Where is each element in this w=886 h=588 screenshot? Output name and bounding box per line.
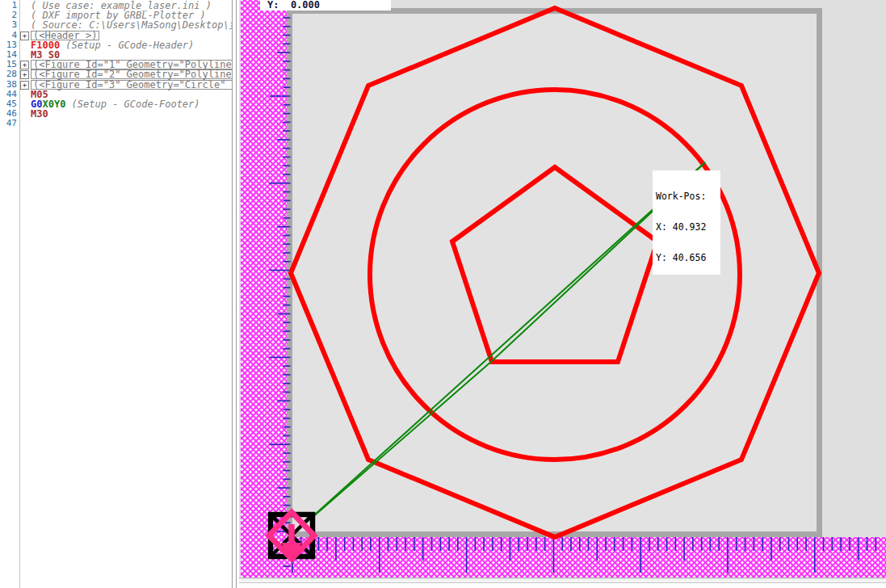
code-line[interactable]: 3( Source: C:\Users\MaSong\Desktop\第1 [0, 20, 232, 30]
code-line[interactable]: 46M30 [0, 109, 232, 119]
plus-icon[interactable]: + [20, 81, 29, 90]
grbl-plotter-window: { "editor": { "lines": [ {"num":"1","seg… [0, 0, 886, 588]
code-text: (<Figure Id="1" Geometry="Polyline" P [31, 60, 232, 69]
fold-spacer [19, 50, 31, 60]
code-text: M05 [31, 90, 48, 99]
bottom-panel-top [239, 583, 886, 588]
plus-icon[interactable]: + [20, 61, 29, 69]
line-number: 15 [0, 60, 19, 69]
y-position-readout: Y: 0.000 [260, 0, 391, 10]
fold-expand-button[interactable]: + [19, 60, 31, 69]
plot-canvas[interactable] [239, 0, 886, 588]
work-pos-title: Work-Pos: [656, 191, 718, 202]
line-number: 3 [0, 20, 19, 30]
code-text: (<Figure Id="2" Geometry="Polyline" P [31, 69, 232, 79]
ruler-left-hatch [241, 0, 287, 578]
bottom-divider-2 [239, 582, 886, 583]
fold-expand-button[interactable]: + [19, 80, 31, 90]
code-line[interactable]: 28+(<Figure Id="2" Geometry="Polyline" P [0, 69, 232, 79]
fold-spacer [19, 10, 31, 20]
line-number: 38 [0, 80, 19, 90]
code-text: F1000 (Setup - GCode-Header) [31, 40, 194, 50]
line-number: 44 [0, 90, 19, 99]
code-text: ( Source: C:\Users\MaSong\Desktop\第1 [31, 20, 232, 30]
fold-spacer [19, 1, 31, 10]
fold-expand-button[interactable]: + [19, 31, 31, 40]
line-number: 2 [0, 10, 19, 20]
code-text: M3 S0 [31, 50, 60, 60]
code-text: G0X0Y0 (Setup - GCode-Footer) [31, 99, 200, 109]
line-number: 47 [0, 119, 19, 128]
code-text: (<Figure Id="3" Geometry="Circle" Pen [31, 80, 232, 90]
work-pos-y: Y: 40.656 [656, 253, 718, 263]
gcode-lines: 1( Use case: example_laser.ini )2( DXF i… [0, 1, 232, 128]
line-number: 4 [0, 31, 19, 40]
fold-spacer [19, 40, 31, 50]
fold-spacer [19, 109, 31, 119]
code-text: ( DXF import by GRBL-Plotter ) [31, 10, 206, 20]
plus-icon[interactable]: + [20, 32, 29, 40]
work-pos-tooltip: Work-Pos: X: 40.932 Y: 40.656 [653, 170, 720, 275]
line-number: 46 [0, 109, 19, 119]
code-line[interactable]: 47 [0, 119, 232, 128]
line-number: 14 [0, 50, 19, 60]
line-number: 13 [0, 40, 19, 50]
line-number: 1 [0, 1, 19, 10]
panel-splitter[interactable] [232, 0, 233, 588]
code-text: ( Use case: example_laser.ini ) [31, 1, 212, 10]
fold-spacer [19, 20, 31, 30]
bottom-strip [239, 579, 886, 583]
fold-spacer [19, 99, 31, 109]
plot-svg [239, 0, 886, 588]
line-number: 45 [0, 99, 19, 109]
panel-splitter-line[interactable] [236, 0, 237, 588]
gcode-editor[interactable]: 1( Use case: example_laser.ini )2( DXF i… [0, 0, 232, 588]
fold-spacer [19, 119, 31, 128]
line-number: 28 [0, 69, 19, 79]
bottom-divider [239, 578, 886, 579]
fold-spacer [19, 90, 31, 99]
fold-expand-button[interactable]: + [19, 69, 31, 79]
work-pos-x: X: 40.932 [656, 222, 718, 233]
plus-icon[interactable]: + [20, 70, 29, 79]
code-text: (<Header >) [31, 31, 99, 40]
code-text: M30 [31, 109, 48, 119]
